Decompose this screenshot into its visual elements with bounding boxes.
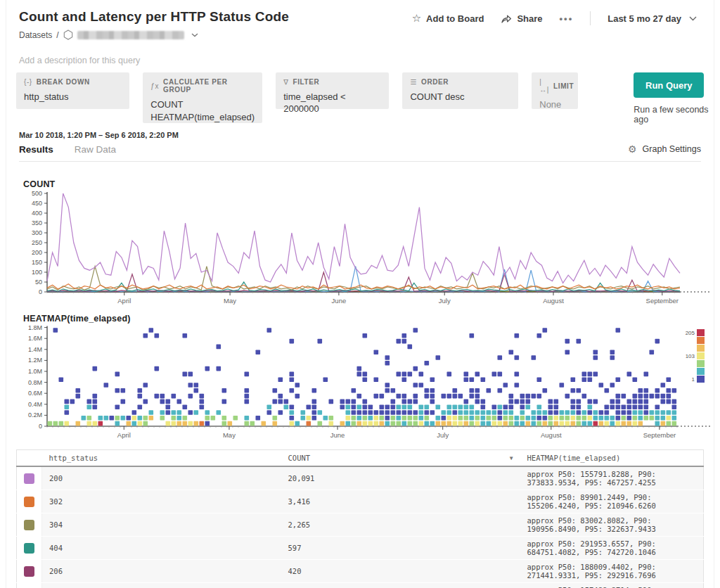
- heatmap-cell: [582, 394, 587, 399]
- query-description-placeholder[interactable]: Add a description for this query: [19, 56, 714, 65]
- heatmap-cell: [464, 410, 469, 415]
- heatmap-cell: [183, 404, 188, 409]
- limit-box[interactable]: |↔| LIMIT None: [532, 72, 578, 109]
- heatmap-cell: [605, 416, 610, 421]
- heatmap-cell: [577, 410, 581, 415]
- heatmap-cell: [605, 404, 610, 409]
- add-to-board-button[interactable]: ☆ Add to Board: [412, 12, 484, 25]
- filter-box[interactable]: ∇ FILTER time_elapsed < 2000000: [276, 72, 389, 109]
- heatmap-cell: [408, 416, 413, 421]
- heatmap-cell: [526, 400, 531, 404]
- heatmap-cell: [588, 372, 593, 377]
- heatmap-cell: [177, 421, 182, 426]
- breadcrumb-datasets-link[interactable]: Datasets: [19, 30, 52, 40]
- heatmap-cell: [172, 416, 176, 421]
- heatmap-cell: [447, 416, 452, 421]
- heatmap-cell: [464, 400, 469, 404]
- heatmap-cell: [357, 372, 362, 377]
- heatmap-cell: [543, 388, 548, 393]
- graph-settings-button[interactable]: ⚙ Graph Settings: [628, 143, 701, 155]
- heatmap-cell: [509, 404, 514, 409]
- heatmap-cell: [374, 421, 379, 426]
- heatmap-cell: [385, 421, 390, 426]
- latency-heatmap-chart[interactable]: 00.2M0.4M0.6M0.8M1.0M1.2M1.4M1.6M1.8MApr…: [23, 324, 715, 440]
- heatmap-cell: [650, 416, 655, 421]
- heatmap-cell: [588, 377, 593, 382]
- heatmap-cell: [458, 394, 463, 399]
- heatmap-cell: [509, 400, 514, 404]
- column-http-status[interactable]: http_status: [42, 450, 281, 467]
- time-range-selector[interactable]: Last 5 mo 27 day: [608, 13, 697, 24]
- heatmap-cell: [115, 388, 120, 393]
- heatmap-cell: [661, 383, 666, 388]
- heatmap-cell: [442, 421, 446, 426]
- heatmap-cell: [138, 416, 143, 421]
- heatmap-cell: [515, 421, 520, 426]
- heatmap-cell: [532, 355, 536, 360]
- series-swatch-cell: [17, 513, 42, 537]
- heatmap-cell: [166, 400, 171, 404]
- heatmap-cell: [509, 350, 514, 354]
- count-line-chart[interactable]: 050100150200250300350400450500AprilMayJu…: [23, 189, 715, 309]
- table-row[interactable]: 404597approx P50: 291953.6557, P90: 6847…: [17, 537, 704, 560]
- share-button[interactable]: Share: [501, 13, 542, 24]
- heatmap-cell: [312, 400, 317, 404]
- heatmap-cell: [318, 339, 323, 344]
- limit-value: None: [539, 98, 570, 110]
- heatmap-cell: [222, 388, 227, 393]
- heatmap-cell: [172, 410, 176, 415]
- query-date-range: Mar 10 2018, 1:20 PM – Sep 6 2018, 2:20 …: [19, 131, 714, 139]
- heatmap-cell: [340, 421, 345, 426]
- heatmap-cell: [655, 421, 660, 426]
- heatmap-cell: [638, 416, 643, 421]
- table-row[interactable]: 405406approx P50: 157488.8714, P90: 3390…: [17, 583, 704, 588]
- heatmap-cell: [453, 421, 458, 426]
- break-down-box[interactable]: {-} BREAK DOWN http_status: [16, 72, 129, 109]
- tab-results[interactable]: Results: [19, 144, 53, 155]
- heatmap-cell: [363, 404, 368, 409]
- heatmap-cell: [593, 416, 598, 421]
- run-query-button[interactable]: Run Query: [634, 72, 704, 98]
- heatmap-cell: [329, 400, 334, 404]
- table-row[interactable]: 3023,416approx P50: 89901.2449, P90: 155…: [17, 490, 704, 513]
- heatmap-cell: [458, 416, 463, 421]
- heatmap-cell: [290, 416, 295, 421]
- heatmap-cell: [87, 421, 92, 426]
- heatmap-cell: [560, 383, 565, 388]
- more-menu-button[interactable]: •••: [560, 13, 574, 24]
- calculate-per-group-box[interactable]: ƒx CALCULATE PER GROUP COUNT HEATMAP(tim…: [143, 72, 262, 123]
- heatmap-cell: [453, 394, 458, 399]
- heatmap-cell: [273, 416, 278, 421]
- heatmap-cell: [537, 410, 542, 415]
- heatmap-cell: [425, 410, 430, 415]
- heatmap-cell: [177, 416, 182, 421]
- table-row[interactable]: 3042,265approx P50: 83002.8082, P90: 190…: [17, 513, 704, 537]
- heatmap-cell: [425, 388, 430, 393]
- tab-raw-data[interactable]: Raw Data: [75, 144, 116, 155]
- count-cell: 597: [281, 537, 520, 560]
- chevron-down-icon[interactable]: [191, 33, 198, 37]
- heatmap-cell: [329, 416, 334, 421]
- table-row[interactable]: 20020,091approx P50: 155791.8288, P90: 3…: [17, 466, 704, 490]
- axis-label: May: [223, 431, 236, 439]
- heatmap-cell: [599, 416, 604, 421]
- heatmap-cell: [397, 372, 401, 377]
- heatmap-cell: [593, 400, 598, 404]
- heatmap-cell: [65, 404, 70, 409]
- heatmap-cell: [138, 394, 143, 399]
- heatmap-cell: [582, 377, 587, 382]
- order-box[interactable]: ☰ ORDER COUNT desc: [402, 72, 518, 109]
- heatmap-cell: [425, 394, 430, 399]
- heatmap-cell: [633, 377, 638, 382]
- table-row[interactable]: 206420approx P50: 188009.4402, P90: 2714…: [17, 560, 704, 583]
- column-heatmap[interactable]: HEATMAP(time_elapsed): [520, 450, 704, 467]
- heatmap-cell: [515, 400, 520, 404]
- heatmap-cell: [655, 404, 660, 409]
- heatmap-cell: [509, 421, 514, 426]
- column-count[interactable]: COUNT ▼: [281, 450, 520, 467]
- dataset-name-redacted[interactable]: [77, 31, 184, 39]
- heatmap-cell: [82, 416, 86, 421]
- heatmap-cell: [143, 421, 148, 426]
- heatmap-chart-title: HEATMAP(time_elapsed): [23, 314, 714, 324]
- heatmap-cell: [543, 416, 548, 421]
